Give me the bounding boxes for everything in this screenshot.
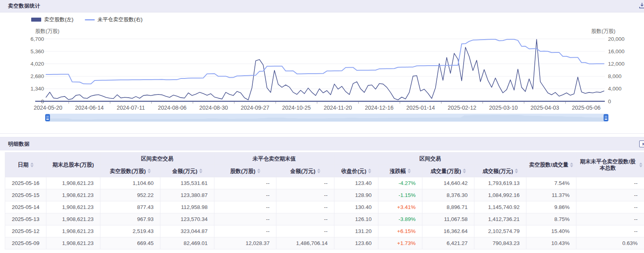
table-cell: 8.75% (526, 213, 576, 225)
table-cell: -- (576, 201, 644, 213)
table-cell: -- (576, 189, 644, 201)
table-cell: 2025-05-16 (5, 177, 46, 189)
column-header[interactable]: 期末未平仓卖空股数/股本总数 (576, 153, 644, 177)
svg-text:2025-03-10: 2025-03-10 (489, 104, 518, 111)
datazoom-right-handle[interactable] (604, 114, 608, 121)
table-cell: -- (276, 225, 334, 237)
table-cell: 128.90 (334, 189, 378, 201)
sort-icon[interactable] (148, 169, 151, 173)
svg-text:2025-05-06: 2025-05-06 (572, 104, 601, 111)
svg-text:12,000: 12,000 (608, 61, 624, 67)
svg-text:4,020: 4,020 (30, 61, 44, 67)
column-header[interactable]: 成交额(万元) (474, 165, 526, 177)
column-header[interactable]: 金额(万元) (160, 165, 214, 177)
svg-text:2024-06-14: 2024-06-14 (75, 104, 104, 111)
chart-area[interactable]: 卖空股数(左) 未平仓卖空股数(右) 股数(万股) 股数(万股) 6,7005,… (0, 12, 644, 134)
sort-icon[interactable] (463, 169, 466, 173)
table-cell: 2025-05-09 (5, 237, 46, 249)
table-cell: -3.89% (378, 213, 422, 225)
table-cell: 11,067.58 (422, 213, 474, 225)
svg-text:2024-12-16: 2024-12-16 (365, 104, 394, 111)
table-cell: 0.63% (576, 237, 644, 249)
table-cell: 9.86% (526, 201, 576, 213)
sort-icon[interactable] (199, 169, 202, 173)
table-cell: 130.40 (334, 201, 378, 213)
column-header[interactable]: 金额(万元) (276, 165, 334, 177)
sort-icon[interactable] (408, 169, 411, 173)
table-cell: 126.10 (334, 213, 378, 225)
table-cell: 135,531.61 (160, 177, 214, 189)
short-selling-stats-panel: 卖空数据统计 卖空股数(左) 未平仓卖空股数(右) 股数(万股) 股数(万股) … (0, 0, 644, 134)
table-cell: 1,486,706.14 (276, 237, 334, 249)
table-row[interactable]: 2025-05-151,908,621.23952.22123,380.87--… (5, 189, 644, 201)
table-row[interactable]: 2025-05-161,908,621.231,104.60135,531.61… (5, 177, 644, 189)
sort-icon[interactable] (257, 169, 260, 173)
table-row[interactable]: 2025-05-141,908,621.23877.43112,958.98--… (5, 201, 644, 213)
table-cell: 112,958.98 (160, 201, 214, 213)
sort-icon[interactable] (515, 169, 518, 173)
column-header: 区间卖空交易 (100, 153, 214, 165)
sort-icon[interactable] (639, 163, 642, 167)
svg-text:1,340: 1,340 (30, 86, 44, 92)
svg-text:2,680: 2,680 (30, 73, 44, 79)
table-cell: 2,102,574.79 (474, 225, 526, 237)
table-cell: 15.40% (526, 225, 576, 237)
chart-panel-title: 卖空数据统计 (8, 2, 40, 10)
table-cell: 1,908,621.23 (46, 237, 100, 249)
table-cell: 1,104.60 (100, 177, 160, 189)
sort-icon[interactable] (317, 169, 320, 173)
table-cell: 1,908,621.23 (46, 189, 100, 201)
table-cell: 6,421.27 (422, 237, 474, 249)
table-cell: 2025-05-14 (5, 201, 46, 213)
table-cell: 123.40 (334, 177, 378, 189)
short-selling-chart[interactable]: 6,7005,3604,0202,6801,340020,00016,00012… (0, 12, 644, 113)
table-cell: -- (276, 189, 334, 201)
download-icon[interactable] (639, 2, 644, 9)
table-cell: -- (576, 225, 644, 237)
table-cell: 323,044.87 (160, 225, 214, 237)
sort-icon[interactable] (570, 163, 573, 167)
column-header[interactable]: 卖空股数/成交量 (526, 153, 576, 177)
column-header[interactable]: 股数(万股) (214, 165, 276, 177)
table-cell: 1,908,621.23 (46, 225, 100, 237)
detail-table: 日期期末总股本(万股)区间卖空交易未平仓卖空期末值区间交易卖空股数/成交量期末未… (5, 152, 644, 249)
table-cell: 123,570.34 (160, 213, 214, 225)
table-cell: 790,843.23 (474, 237, 526, 249)
table-cell: -- (214, 225, 276, 237)
table-cell: 1,793,619.13 (474, 177, 526, 189)
table-row[interactable]: 2025-05-131,908,621.23967.93123,570.34--… (5, 213, 644, 225)
svg-text:2025-04-03: 2025-04-03 (530, 104, 559, 111)
datazoom-preview (46, 114, 608, 122)
svg-text:2024-08-06: 2024-08-06 (158, 104, 187, 111)
detail-panel-title: 明细数据 (8, 141, 30, 148)
table-row[interactable]: 2025-05-091,908,621.23669.4582,469.0112,… (5, 237, 644, 249)
table-cell: -- (276, 213, 334, 225)
sort-icon[interactable] (368, 169, 371, 173)
datazoom-slider[interactable] (46, 114, 608, 122)
svg-text:2024-07-11: 2024-07-11 (117, 104, 145, 111)
table-cell: 1,908,621.23 (46, 177, 100, 189)
column-header[interactable]: 收盘价(元) (334, 165, 378, 177)
table-cell: 1,412,736.21 (474, 213, 526, 225)
table-cell: 8,376.30 (422, 189, 474, 201)
table-cell: 82,469.01 (160, 237, 214, 249)
svg-text:6,700: 6,700 (30, 36, 44, 42)
table-cell: -- (576, 177, 644, 189)
column-header[interactable]: 涨跌幅 (378, 165, 422, 177)
svg-text:4,000: 4,000 (608, 86, 622, 92)
table-cell: -4.27% (378, 177, 422, 189)
table-cell: +6.15% (378, 225, 422, 237)
excel-export-icon[interactable]: x (639, 141, 644, 147)
datazoom-left-handle[interactable] (45, 114, 50, 121)
table-cell: 12,028.37 (214, 237, 276, 249)
table-row[interactable]: 2025-05-121,908,621.232,519.43323,044.87… (5, 225, 644, 237)
sort-icon[interactable] (30, 163, 34, 167)
table-cell: 877.43 (100, 201, 160, 213)
column-header[interactable]: 成交量(万股) (422, 165, 474, 177)
column-header[interactable]: 日期 (5, 153, 46, 177)
column-header: 期末总股本(万股) (46, 153, 100, 177)
table-cell: -- (576, 213, 644, 225)
table-cell: 123,380.87 (160, 189, 214, 201)
detail-table-header: 日期期末总股本(万股)区间卖空交易未平仓卖空期末值区间交易卖空股数/成交量期末未… (5, 153, 644, 177)
column-header[interactable]: 卖空股数(万股) (100, 165, 160, 177)
